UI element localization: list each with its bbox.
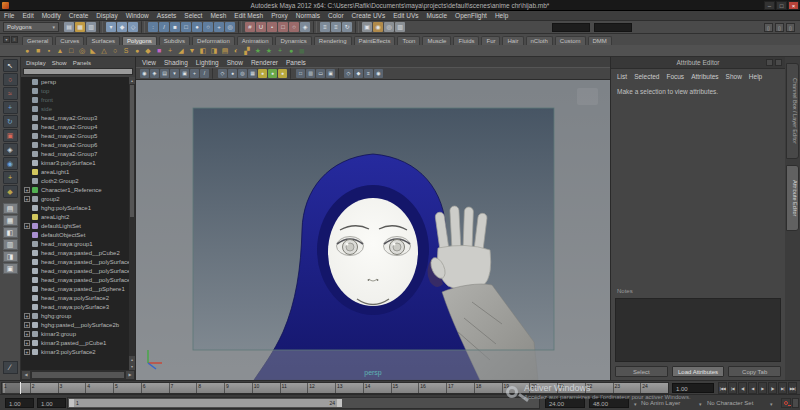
animation-end-field[interactable]: 48.00 xyxy=(589,398,629,408)
snap-view-plane-icon[interactable]: □ xyxy=(278,22,288,32)
mirror-geometry-icon[interactable]: ● xyxy=(286,46,296,56)
tool-settings-toggle-icon[interactable]: ▯ xyxy=(775,23,784,32)
playback-end-field[interactable]: 24.00 xyxy=(545,398,585,408)
extract-icon[interactable]: ▼ xyxy=(187,46,197,56)
chevron-down-icon[interactable]: ▾ xyxy=(699,401,702,407)
select-camera-icon[interactable]: ◉ xyxy=(140,69,149,78)
crease-icon[interactable]: ★ xyxy=(264,46,274,56)
outliner-item[interactable]: + head_maya:group1 xyxy=(21,239,135,248)
quad-draw-icon[interactable]: ◼ xyxy=(297,46,307,56)
attribute-editor-menu-item[interactable]: Selected xyxy=(634,73,659,80)
move-tool-icon[interactable]: + xyxy=(3,101,18,114)
go-to-end-button[interactable]: ▶▶| xyxy=(788,382,797,394)
shelf-tab[interactable]: Hair xyxy=(502,36,523,45)
menu-item[interactable]: Modify xyxy=(38,12,65,19)
frame-tick[interactable]: 14 xyxy=(363,383,391,393)
wireframe-on-shaded-icon[interactable]: ◎ xyxy=(238,69,247,78)
poly-plane-icon[interactable]: □ xyxy=(66,46,76,56)
save-scene-icon[interactable]: ▥ xyxy=(86,22,96,32)
select-button[interactable]: Select xyxy=(615,366,668,377)
outliner-item[interactable]: + head_maya:pasted__polySurface1 xyxy=(21,257,135,266)
outliner-item[interactable]: + kimar3:polySurface2 xyxy=(21,347,135,356)
outliner-item[interactable]: + head_maya2:Group4 xyxy=(21,122,135,131)
frame-tick[interactable]: 17 xyxy=(446,383,474,393)
poly-cube-icon[interactable]: ■ xyxy=(33,46,43,56)
expand-icon[interactable]: + xyxy=(24,187,30,193)
outliner-item[interactable]: + hghg:pasted__polySurface2b xyxy=(21,320,135,329)
smooth-mesh-preview-icon[interactable]: ★ xyxy=(253,46,263,56)
scroll-left-icon[interactable]: ◀ xyxy=(22,371,30,379)
go-to-start-button[interactable]: |◀◀ xyxy=(718,382,727,394)
scroll-right-icon[interactable]: ▶ xyxy=(126,371,134,379)
rotate-tool-icon[interactable]: ↻ xyxy=(3,115,18,128)
show-manipulator-tool-icon[interactable]: + xyxy=(3,171,18,184)
exposure-icon[interactable]: ≡ xyxy=(364,69,373,78)
poly-prism-icon[interactable]: ◣ xyxy=(88,46,98,56)
interactive-poly-cube-icon[interactable]: ■ xyxy=(154,46,164,56)
status-icon[interactable] xyxy=(313,21,317,33)
status-icon[interactable] xyxy=(141,21,145,33)
outliner-vertical-scrollbar[interactable]: ▴ ▴ ▾ xyxy=(129,77,135,370)
open-render-view-icon[interactable]: ▣ xyxy=(362,22,372,32)
frame-tick[interactable]: 8 xyxy=(196,383,224,393)
play-forwards-button[interactable]: ▶ xyxy=(758,382,767,394)
shelf-menu-icon[interactable]: ≡ xyxy=(11,36,18,43)
menu-item[interactable]: Muscle xyxy=(422,12,451,19)
step-back-frame-button[interactable]: |◀ xyxy=(728,382,737,394)
xray-active-components-icon[interactable]: ◆ xyxy=(354,69,363,78)
shelf-tab[interactable]: Fur xyxy=(481,36,500,45)
menu-item[interactable]: Color xyxy=(324,12,348,19)
boolean-union-icon[interactable]: ◧ xyxy=(198,46,208,56)
select-hierarchy-icon[interactable]: ▾ xyxy=(106,22,116,32)
frame-tick[interactable]: 11 xyxy=(280,383,308,393)
menu-item[interactable]: Assets xyxy=(153,12,181,19)
outliner-menu-item[interactable]: Show xyxy=(52,60,67,66)
outliner-item[interactable]: + head_maya:pasted__polySurface2 xyxy=(21,266,135,275)
frame-tick[interactable]: 23 xyxy=(613,383,641,393)
current-frame-marker[interactable] xyxy=(5,382,21,394)
load-attributes-button[interactable]: Load Attributes xyxy=(672,366,725,377)
outliner-item[interactable]: + head_maya:polySurface3 xyxy=(21,302,135,311)
step-back-key-button[interactable]: ◀| xyxy=(738,382,747,394)
shelf-tab[interactable]: Surfaces xyxy=(86,36,120,45)
shelf-tab[interactable]: PaintEffects xyxy=(354,36,396,45)
shelf-tab[interactable]: Curves xyxy=(55,36,84,45)
layout-persp-uv-icon[interactable]: ▣ xyxy=(3,263,18,274)
field-chart-icon[interactable]: ▥ xyxy=(306,69,315,78)
numeric-input-field[interactable] xyxy=(594,23,632,32)
poly-helix-icon[interactable]: S xyxy=(121,46,131,56)
menu-item[interactable]: Proxy xyxy=(267,12,292,19)
outliner-item[interactable]: + head_maya2:Group7 xyxy=(21,149,135,158)
poly-torus-icon[interactable]: ◎ xyxy=(77,46,87,56)
outliner-item[interactable]: + defaultObjectSet xyxy=(21,230,135,239)
ipr-render-icon[interactable]: ◎ xyxy=(384,22,394,32)
layout-persp-graph-icon[interactable]: ▥ xyxy=(3,239,18,250)
outliner-item[interactable]: + persp xyxy=(21,77,135,86)
pin-panel-icon[interactable] xyxy=(766,59,773,66)
layout-four-view-icon[interactable]: ▦ xyxy=(3,215,18,226)
outliner-item[interactable]: + defaultLightSet xyxy=(21,221,135,230)
copy-tab-button[interactable]: Copy Tab xyxy=(728,366,781,377)
animation-preferences-icon[interactable] xyxy=(792,398,799,408)
paint-selection-tool-icon[interactable]: ≈ xyxy=(3,87,18,100)
outliner-item[interactable]: + kimar3:polySurface1 xyxy=(21,158,135,167)
status-icon[interactable] xyxy=(355,21,359,33)
scroll-up-icon[interactable]: ▴ xyxy=(129,356,135,363)
frame-tick[interactable]: 2 xyxy=(30,383,58,393)
step-forward-frame-button[interactable]: ▶| xyxy=(778,382,787,394)
layout-persp-outliner-icon[interactable]: ◧ xyxy=(3,227,18,238)
expand-icon[interactable]: + xyxy=(24,223,30,229)
smooth-shade-all-icon[interactable]: ● xyxy=(228,69,237,78)
xray-icon[interactable]: ◇ xyxy=(344,69,353,78)
select-component-icon[interactable]: ◇ xyxy=(128,22,138,32)
outliner-menu-item[interactable]: Display xyxy=(26,60,46,66)
range-start-handle[interactable] xyxy=(69,399,74,407)
frame-tick[interactable]: 22 xyxy=(585,383,613,393)
outliner-item[interactable]: + areaLight2 xyxy=(21,212,135,221)
soft-modification-tool-icon[interactable]: ◉ xyxy=(3,157,18,170)
boolean-intersect-icon[interactable]: ▤ xyxy=(220,46,230,56)
wireframe-icon[interactable]: ◇ xyxy=(218,69,227,78)
image-plane-icon[interactable]: ▣ xyxy=(180,69,189,78)
menu-item[interactable]: Normals xyxy=(292,12,324,19)
range-end-handle[interactable] xyxy=(337,399,342,407)
